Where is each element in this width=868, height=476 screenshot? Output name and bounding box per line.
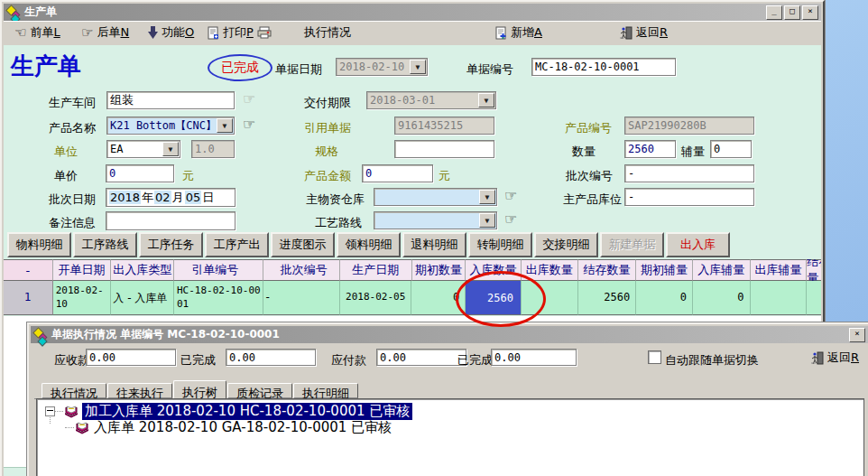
delivery-select[interactable]: 2018-03-01 ▼: [366, 91, 496, 109]
tree-item-label[interactable]: 加工入库单 2018-02-10 HC-18-02-10-0001 已审核: [82, 403, 412, 420]
ref-doc-label: 引用单据: [304, 120, 351, 136]
new-doc-icon: [495, 26, 507, 40]
doc-date-select[interactable]: 2018-02-10 ▼: [336, 58, 428, 76]
column-header[interactable]: 期初数量: [412, 259, 466, 281]
doc-no-input[interactable]: MC-18-02-10-0001: [531, 58, 676, 76]
toolbar-next-doc[interactable]: ☞ 后单N: [81, 24, 129, 41]
tree-item-parent[interactable]: 加工入库单 2018-02-10 HC-18-02-10-0001 已审核: [45, 403, 412, 420]
tab-handover-detail[interactable]: 交接明细: [534, 232, 598, 257]
column-header[interactable]: 开单日期: [53, 259, 112, 281]
init-aux-cell[interactable]: 0: [636, 281, 693, 315]
hand-left-icon: ☜: [14, 26, 26, 39]
inout-type-cell[interactable]: 入 - 入库单: [111, 281, 174, 315]
column-header[interactable]: 结存数量: [578, 259, 637, 281]
aux-qty-input[interactable]: 0: [710, 140, 752, 158]
location-input[interactable]: -: [624, 188, 754, 206]
in-aux-cell[interactable]: 0: [693, 281, 751, 315]
doc-date-label: 单据日期: [275, 61, 322, 78]
out-aux-cell[interactable]: [751, 281, 808, 315]
column-header[interactable]: 结存辅量: [807, 259, 821, 281]
chevron-down-icon[interactable]: ▼: [479, 213, 495, 228]
maximize-button[interactable]: □: [784, 5, 800, 20]
balance-aux-cell[interactable]: [807, 281, 821, 315]
column-header[interactable]: 出库辅量: [751, 259, 808, 281]
toolbar-prev-doc[interactable]: ☜ 前单L: [14, 24, 60, 41]
column-header[interactable]: 批次编号: [263, 259, 340, 281]
column-header[interactable]: -: [4, 259, 53, 281]
auto-follow-checkbox[interactable]: [648, 350, 661, 364]
tree-item-label[interactable]: 入库单 2018-02-10 GA-18-02-10-0001 已审核: [94, 419, 392, 436]
route-select[interactable]: ▼: [374, 211, 497, 229]
tab-qc-records[interactable]: 质检记录: [227, 383, 292, 398]
prod-date-cell[interactable]: 2018-02-05: [340, 281, 412, 315]
table-row[interactable]: 1 2018-02-10 入 - 入库单 HC-18-02-10-0001 - …: [4, 281, 821, 315]
warehouse-select[interactable]: ▼: [374, 188, 497, 206]
toolbar-functions[interactable]: 功能O: [148, 24, 194, 41]
main-titlebar[interactable]: 生产单 _ □ ×: [4, 4, 821, 21]
close-button[interactable]: ×: [802, 5, 818, 20]
warehouse-picker-hand-icon[interactable]: ☞: [504, 187, 517, 204]
product-name-select[interactable]: K21 Bottom【CNC】 ▼: [106, 117, 235, 135]
tab-process-task[interactable]: 工序任务: [139, 232, 203, 257]
tab-transactions[interactable]: 往来执行: [107, 383, 172, 398]
toolbar-add-new[interactable]: 新增A: [495, 24, 542, 41]
ref-doc-input: 9161435215: [394, 117, 494, 135]
table-header-row: - 开单日期 出入库类型 引单编号 批次编号 生产日期 期初数量 入库数量 出库…: [4, 259, 821, 281]
chevron-down-icon[interactable]: ▼: [410, 60, 426, 74]
batch-no-cell[interactable]: -: [263, 281, 340, 315]
column-header[interactable]: 入库辅量: [693, 259, 751, 281]
chevron-down-icon[interactable]: ▼: [479, 190, 495, 204]
row-number-cell[interactable]: 1: [4, 281, 53, 315]
tab-exec-tree[interactable]: 执行树: [173, 380, 226, 399]
open-date-cell[interactable]: 2018-02-10: [53, 281, 112, 315]
batch-no-input[interactable]: -: [624, 164, 754, 182]
tab-material-detail[interactable]: 物料明细: [7, 232, 71, 257]
workshop-picker-hand-icon[interactable]: ☞: [243, 90, 255, 107]
tab-exec-detail[interactable]: 执行明细: [293, 383, 358, 398]
receivable-input[interactable]: 0.00: [86, 349, 176, 366]
tab-process-route[interactable]: 工序路线: [73, 232, 137, 257]
qty-input[interactable]: 2560: [624, 140, 676, 158]
chevron-down-icon[interactable]: ▼: [162, 142, 179, 156]
amount-input[interactable]: 0: [362, 164, 433, 182]
batch-date-input[interactable]: 2018年02月05日: [106, 188, 235, 207]
tab-in-out-stock[interactable]: 出入库: [666, 232, 730, 257]
unit-factor-input: 1.0: [191, 140, 235, 158]
spec-input[interactable]: [394, 140, 494, 158]
tree-item-child[interactable]: 入库单 2018-02-10 GA-18-02-10-0001 已审核: [65, 419, 392, 436]
subwindow-return-button[interactable]: 返回R: [810, 350, 859, 366]
tab-return-detail[interactable]: 退料明细: [402, 232, 466, 257]
toolbar-exec-status[interactable]: 执行情况: [304, 24, 351, 41]
chevron-down-icon[interactable]: ▼: [217, 118, 233, 133]
workshop-input[interactable]: 组装: [106, 91, 235, 109]
collapse-icon[interactable]: [45, 406, 55, 416]
close-button[interactable]: ×: [849, 328, 865, 342]
tab-progress-chart[interactable]: 进度图示: [271, 232, 335, 257]
ref-no-cell[interactable]: HC-18-02-10-0001: [174, 281, 263, 315]
toolbar-return[interactable]: 返回R: [619, 24, 668, 41]
toolbar-print[interactable]: 打印P: [208, 24, 272, 41]
price-input[interactable]: 0: [106, 164, 174, 182]
tab-picking-detail[interactable]: 领料明细: [337, 232, 401, 257]
workshop-label: 生产车间: [49, 95, 96, 111]
balance-qty-cell[interactable]: 2560: [578, 281, 637, 315]
unit-select[interactable]: EA ▼: [106, 140, 180, 158]
column-header[interactable]: 期初辅量: [636, 259, 693, 281]
completed2-input[interactable]: 0.00: [491, 349, 577, 366]
chevron-down-icon[interactable]: ▼: [478, 93, 494, 107]
remark-input[interactable]: [106, 211, 235, 230]
payable-input[interactable]: 0.00: [376, 349, 466, 366]
tab-transfer-detail[interactable]: 转制明细: [468, 232, 532, 257]
subwindow-titlebar[interactable]: 单据执行情况 单据编号 MC-18-02-10-0001 ×: [31, 326, 868, 343]
column-header[interactable]: 引单编号: [174, 259, 264, 281]
route-picker-hand-icon[interactable]: ☞: [504, 210, 517, 228]
tab-process-output[interactable]: 工序产出: [205, 232, 269, 257]
product-picker-hand-icon[interactable]: ☞: [243, 116, 255, 133]
minimize-button[interactable]: _: [766, 5, 782, 20]
doc-book-icon: [74, 422, 90, 434]
column-header[interactable]: 出入库类型: [111, 259, 174, 281]
column-header[interactable]: 生产日期: [340, 259, 412, 281]
tab-exec-status[interactable]: 执行情况: [42, 383, 106, 398]
spec-label: 规格: [315, 144, 338, 160]
completed1-input[interactable]: 0.00: [226, 349, 316, 366]
